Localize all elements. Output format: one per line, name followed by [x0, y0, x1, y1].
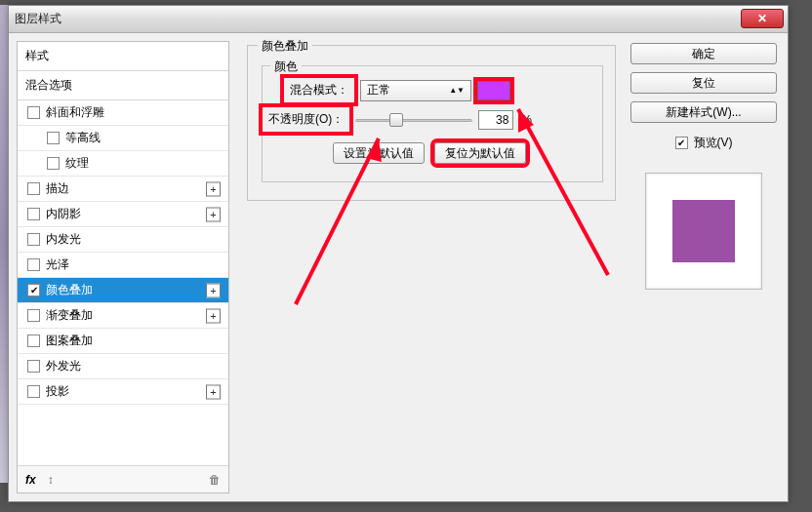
add-icon[interactable]: +	[206, 308, 221, 323]
checkbox-icon[interactable]	[27, 258, 40, 271]
ok-button[interactable]: 确定	[630, 43, 777, 64]
settings-panel: 颜色叠加 颜色 混合模式： 正常 ▲▼ 不透明度(O)：	[237, 41, 620, 493]
group-title: 颜色	[270, 59, 302, 75]
window-title: 图层样式	[15, 11, 61, 27]
checkbox-icon[interactable]	[27, 284, 40, 296]
chevron-updown-icon: ▲▼	[449, 86, 465, 95]
checkbox-icon[interactable]	[47, 157, 60, 170]
opacity-label: 不透明度(O)：	[263, 107, 349, 132]
opacity-slider[interactable]	[355, 113, 472, 127]
style-label: 颜色叠加	[46, 282, 93, 298]
blend-mode-value: 正常	[367, 82, 390, 98]
style-label: 图案叠加	[46, 333, 93, 349]
dialog-body: 样式 混合选项 斜面和浮雕 等高线 纹理 描边 +	[9, 33, 788, 501]
add-icon[interactable]: +	[206, 384, 221, 399]
blending-options-row[interactable]: 混合选项	[18, 71, 228, 100]
style-row-outer-glow[interactable]: 外发光	[18, 354, 228, 379]
checkbox-icon[interactable]	[27, 182, 40, 195]
checkbox-icon[interactable]	[675, 137, 688, 149]
style-row-texture[interactable]: 纹理	[18, 151, 228, 177]
styles-header[interactable]: 样式	[18, 42, 228, 71]
fx-menu-icon[interactable]: fx	[25, 473, 36, 487]
style-row-pattern-overlay[interactable]: 图案叠加	[18, 329, 228, 354]
reset-default-button[interactable]: 复位为默认值	[434, 142, 526, 164]
checkbox-icon[interactable]	[27, 335, 40, 347]
close-icon: ✕	[757, 12, 767, 25]
section-title: 颜色叠加	[258, 38, 312, 55]
style-label: 投影	[46, 383, 69, 400]
styles-panel: 样式 混合选项 斜面和浮雕 等高线 纹理 描边 +	[17, 41, 229, 493]
style-row-bevel[interactable]: 斜面和浮雕	[18, 100, 228, 126]
color-group: 颜色 混合模式： 正常 ▲▼ 不透明度(O)：	[262, 65, 603, 182]
right-panel: 确定 复位 新建样式(W)... 预览(V)	[628, 41, 780, 493]
slider-track	[355, 119, 472, 122]
add-icon[interactable]: +	[206, 181, 221, 196]
checkbox-icon[interactable]	[27, 385, 40, 398]
style-label: 内阴影	[46, 206, 81, 222]
trash-icon[interactable]: 🗑	[209, 473, 221, 487]
style-label: 描边	[46, 180, 69, 197]
style-row-satin[interactable]: 光泽	[18, 253, 228, 278]
close-button[interactable]: ✕	[741, 9, 784, 28]
color-swatch[interactable]	[477, 81, 510, 100]
style-label: 光泽	[46, 256, 69, 273]
set-default-button[interactable]: 设置为默认值	[333, 142, 425, 164]
styles-footer: fx ↕ 🗑	[18, 465, 228, 492]
blend-mode-select[interactable]: 正常 ▲▼	[360, 80, 471, 101]
slider-thumb[interactable]	[389, 113, 403, 127]
new-style-button[interactable]: 新建样式(W)...	[630, 101, 777, 123]
titlebar[interactable]: 图层样式 ✕	[9, 6, 788, 33]
style-label: 等高线	[65, 130, 101, 146]
color-overlay-fieldset: 颜色叠加 颜色 混合模式： 正常 ▲▼ 不透明度(O)：	[247, 45, 616, 201]
style-row-stroke[interactable]: 描边 +	[18, 177, 228, 202]
cancel-button[interactable]: 复位	[630, 72, 777, 94]
preview-box	[645, 173, 762, 290]
add-icon[interactable]: +	[206, 283, 221, 297]
checkbox-icon[interactable]	[27, 106, 40, 119]
style-row-contour[interactable]: 等高线	[18, 126, 228, 151]
checkbox-icon[interactable]	[27, 208, 40, 220]
layer-style-dialog: 图层样式 ✕ 样式 混合选项 斜面和浮雕 等高线 纹理	[8, 5, 789, 502]
style-row-inner-shadow[interactable]: 内阴影 +	[18, 202, 228, 227]
style-row-gradient-overlay[interactable]: 渐变叠加 +	[18, 303, 228, 329]
style-label: 内发光	[46, 231, 81, 248]
opacity-input[interactable]: 38	[478, 110, 513, 130]
style-label: 纹理	[65, 155, 89, 172]
style-label: 渐变叠加	[46, 307, 93, 324]
checkbox-icon[interactable]	[27, 360, 40, 373]
style-row-inner-glow[interactable]: 内发光	[18, 227, 228, 253]
add-icon[interactable]: +	[206, 207, 221, 221]
style-row-drop-shadow[interactable]: 投影 +	[18, 379, 228, 405]
checkbox-icon[interactable]	[27, 233, 40, 246]
blend-mode-label: 混合模式：	[284, 78, 354, 102]
preview-label: 预览(V)	[694, 135, 733, 151]
percent-label: %	[519, 113, 532, 127]
arrow-up-down-icon[interactable]: ↕	[48, 473, 54, 487]
checkbox-icon[interactable]	[27, 309, 40, 322]
style-row-color-overlay[interactable]: 颜色叠加 +	[18, 278, 228, 303]
checkbox-icon[interactable]	[47, 132, 60, 144]
style-label: 外发光	[46, 358, 81, 374]
style-label: 斜面和浮雕	[46, 104, 104, 121]
preview-toggle[interactable]: 预览(V)	[675, 135, 733, 151]
background-band	[0, 5, 8, 483]
preview-swatch	[672, 200, 735, 262]
